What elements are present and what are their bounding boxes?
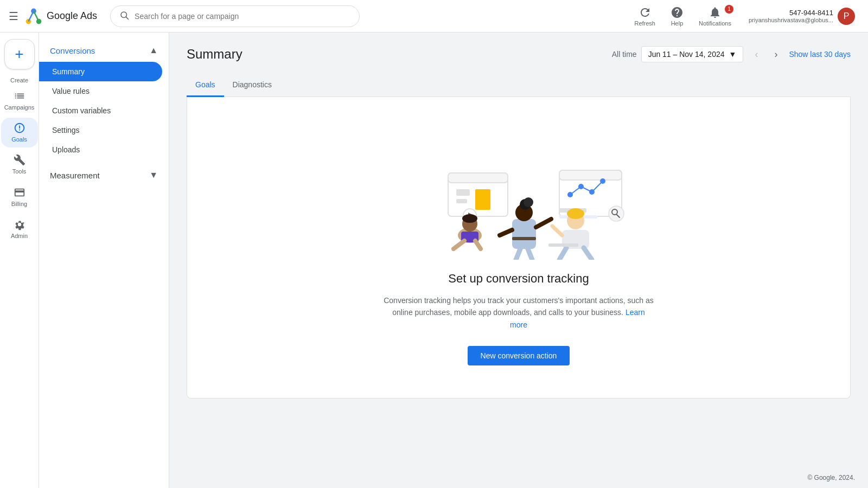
chevron-up-icon: ▲ (149, 46, 158, 55)
search-icon (119, 10, 129, 22)
user-phone: 547-944-8411 (749, 9, 833, 17)
page-header: Summary All time Jun 11 – Nov 14, 2024 ▼… (187, 46, 851, 63)
notifications-button[interactable]: 1 Notifications (692, 4, 738, 29)
setup-card: Set up conversion tracking Conversion tr… (187, 97, 850, 398)
svg-point-37 (524, 197, 533, 207)
date-picker-dropdown-icon: ▼ (729, 50, 737, 59)
sidebar-item-admin-label: Admin (11, 233, 28, 240)
sidebar-item-campaigns-label: Campaigns (4, 104, 35, 111)
nav-item-settings[interactable]: Settings (39, 120, 162, 140)
conversions-title: Conversions (50, 46, 95, 55)
date-prev-arrow[interactable]: ‹ (748, 46, 765, 63)
svg-point-42 (567, 208, 584, 219)
svg-rect-8 (448, 173, 508, 183)
svg-line-6 (126, 17, 128, 19)
svg-line-30 (475, 241, 481, 249)
content-tabs: Goals Diagnostics (187, 74, 851, 97)
new-conversion-action-button[interactable]: New conversion action (468, 346, 570, 365)
help-label: Help (671, 20, 684, 27)
sidebar-item-campaigns[interactable]: Campaigns (1, 86, 38, 115)
help-button[interactable]: Help (664, 4, 690, 29)
notifications-label: Notifications (699, 20, 731, 27)
sidebar-item-admin[interactable]: Admin (1, 214, 38, 244)
svg-rect-9 (475, 189, 490, 210)
campaigns-icon (14, 90, 25, 102)
svg-line-43 (559, 248, 566, 260)
sidebar-item-goals-label: Goals (11, 136, 27, 143)
hamburger-menu[interactable]: ☰ (9, 10, 18, 23)
svg-point-27 (462, 214, 477, 223)
sidebar-item-goals[interactable]: Goals (1, 118, 38, 147)
sidebar-item-tools-label: Tools (12, 168, 27, 175)
search-bar[interactable] (110, 5, 360, 27)
sidebar: + Create Campaigns Goals Tools Billing A… (0, 33, 39, 488)
refresh-button[interactable]: Refresh (628, 4, 662, 29)
date-controls: All time Jun 11 – Nov 14, 2024 ▼ ‹ › Sho… (612, 46, 851, 63)
nav-item-value-rules[interactable]: Value rules (39, 81, 162, 101)
tab-goals[interactable]: Goals (187, 74, 224, 97)
sidebar-item-billing[interactable]: Billing (1, 182, 38, 212)
measurement-title: Measurement (50, 171, 100, 180)
svg-rect-34 (512, 237, 536, 240)
svg-line-29 (454, 241, 464, 249)
svg-point-1 (36, 18, 42, 24)
left-panel: Conversions ▲ Summary Value rules Custom… (39, 33, 169, 488)
user-email: priyanshushrivastava@globus... (749, 17, 833, 23)
create-label: Create (10, 77, 28, 84)
nav-item-summary[interactable]: Summary (39, 62, 162, 81)
logo: Google Ads (25, 8, 97, 25)
notification-badge: 1 (725, 5, 733, 14)
svg-line-39 (500, 230, 512, 235)
svg-rect-15 (559, 170, 622, 180)
svg-rect-46 (548, 243, 578, 247)
sidebar-item-tools[interactable]: Tools (1, 150, 38, 179)
create-button[interactable]: + (4, 39, 35, 69)
top-navigation: ☰ Google Ads Refresh Help 1 Notificatio (0, 0, 868, 33)
tab-diagnostics[interactable]: Diagnostics (224, 74, 280, 97)
nav-item-uploads[interactable]: Uploads (39, 140, 162, 159)
logo-text: Google Ads (47, 10, 97, 22)
illustration (416, 130, 622, 254)
google-ads-logo-icon (25, 8, 42, 25)
date-picker[interactable]: Jun 11 – Nov 14, 2024 ▼ (641, 46, 744, 62)
search-input[interactable] (135, 12, 350, 21)
show-last-30-link[interactable]: Show last 30 days (789, 50, 851, 59)
plus-icon: + (15, 46, 23, 63)
page-title: Summary (187, 47, 242, 62)
svg-rect-11 (456, 199, 467, 203)
user-info: 547-944-8411 priyanshushrivastava@globus… (749, 9, 833, 23)
svg-rect-10 (456, 189, 470, 196)
refresh-icon (639, 6, 652, 19)
billing-icon (14, 187, 25, 198)
date-range-text: Jun 11 – Nov 14, 2024 (648, 50, 725, 59)
tools-icon (14, 154, 25, 166)
nav-item-custom-variables[interactable]: Custom variables (39, 101, 162, 120)
setup-title: Set up conversion tracking (448, 272, 589, 286)
svg-line-45 (552, 226, 562, 235)
help-icon (671, 6, 684, 19)
setup-desc-text: Conversion tracking helps you track your… (384, 296, 654, 317)
setup-desc: Conversion tracking helps you track your… (383, 294, 654, 331)
svg-line-3 (28, 11, 34, 21)
notifications-icon (709, 6, 722, 19)
svg-rect-33 (512, 219, 536, 249)
sidebar-item-billing-label: Billing (11, 201, 27, 208)
nav-right-actions: Refresh Help 1 Notifications 547-944-841… (628, 4, 859, 29)
svg-line-4 (34, 11, 39, 21)
main-content: Summary All time Jun 11 – Nov 14, 2024 ▼… (169, 33, 868, 488)
date-nav-arrows: ‹ › (748, 46, 784, 63)
date-next-arrow[interactable]: › (767, 46, 784, 63)
avatar: P (838, 8, 855, 25)
chevron-down-icon: ▼ (149, 170, 158, 180)
measurement-section-header[interactable]: Measurement ▼ (39, 164, 169, 187)
svg-line-38 (536, 219, 551, 227)
conversions-section-header[interactable]: Conversions ▲ (39, 39, 169, 62)
admin-icon (14, 219, 25, 230)
all-time-label: All time (612, 50, 637, 59)
refresh-label: Refresh (634, 20, 655, 27)
copyright: © Google, 2024. (807, 474, 855, 481)
user-menu[interactable]: 547-944-8411 priyanshushrivastava@globus… (744, 5, 859, 27)
goals-icon (14, 122, 25, 134)
svg-line-44 (584, 248, 592, 260)
